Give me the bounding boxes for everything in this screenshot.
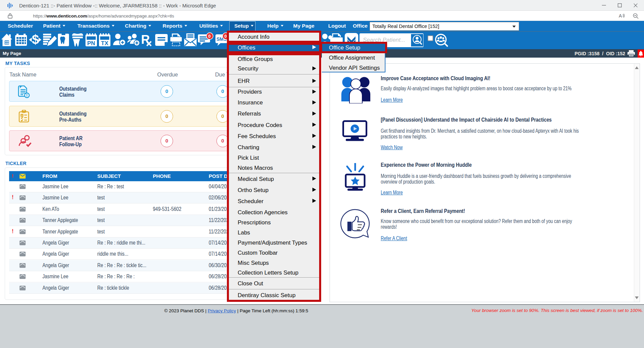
svg-text:A: A bbox=[619, 13, 622, 19]
svg-text:PN: PN bbox=[87, 40, 95, 46]
svg-text:0: 0 bbox=[225, 34, 227, 39]
svg-text:TX: TX bbox=[101, 40, 108, 46]
svg-text:$: $ bbox=[32, 33, 39, 46]
svg-text:0: 0 bbox=[208, 34, 211, 39]
